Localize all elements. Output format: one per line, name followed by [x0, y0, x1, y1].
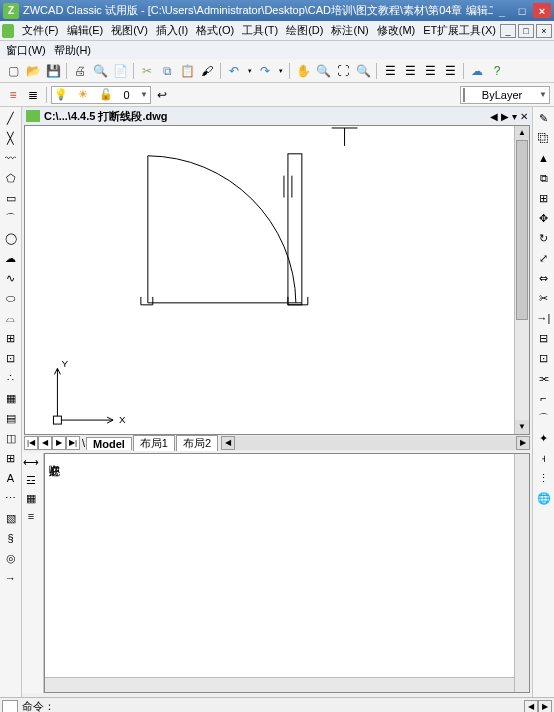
menu-edit[interactable]: 编辑(E)	[63, 21, 108, 40]
join-icon[interactable]: ⫘	[535, 369, 553, 387]
hatch-icon[interactable]: ▦	[2, 389, 20, 407]
color-combo[interactable]: ByLayer ▼	[460, 86, 550, 104]
scale-icon[interactable]: ⤢	[535, 249, 553, 267]
scroll-down-icon[interactable]: ▼	[515, 420, 529, 434]
redo-dropdown-icon[interactable]: ▾	[276, 62, 285, 80]
table-icon[interactable]: ⊞	[2, 449, 20, 467]
save-file-icon[interactable]: 💾	[44, 62, 62, 80]
region-icon[interactable]: ◫	[2, 429, 20, 447]
erase-icon[interactable]: ✎	[535, 109, 553, 127]
open-file-icon[interactable]: 📂	[24, 62, 42, 80]
list-icon[interactable]: ≡	[22, 507, 40, 525]
layer-manager-icon[interactable]: ≡	[4, 86, 22, 104]
cmdline-right-icon[interactable]: ▶	[538, 700, 552, 713]
layout-last-icon[interactable]: ▶|	[66, 436, 80, 450]
command-handle-icon[interactable]	[2, 700, 18, 713]
polyline-icon[interactable]: 〰	[2, 149, 20, 167]
construction-line-icon[interactable]: ╳	[2, 129, 20, 147]
zoom-realtime-icon[interactable]: 🔍	[314, 62, 332, 80]
menu-format[interactable]: 格式(O)	[192, 21, 238, 40]
menu-tools[interactable]: 工具(T)	[238, 21, 282, 40]
more-draw-icon[interactable]: ⋯	[2, 489, 20, 507]
match-properties-icon[interactable]: 🖌	[198, 62, 216, 80]
mdi-minimize-button[interactable]: _	[500, 24, 516, 38]
ellipse-arc-icon[interactable]: ⌓	[2, 309, 20, 327]
layout-next-icon[interactable]: ▶	[52, 436, 66, 450]
zoom-previous-icon[interactable]: 🔍	[354, 62, 372, 80]
mdi-close-button[interactable]: ×	[536, 24, 552, 38]
minimize-button[interactable]: _	[493, 3, 511, 18]
doc-menu-icon[interactable]: ▾	[512, 111, 517, 122]
document-tab[interactable]: C:\...\4.4.5 打断线段.dwg ◀ ▶ ▾ ✕	[22, 107, 532, 125]
move-icon[interactable]: ✥	[535, 209, 553, 227]
arc-icon[interactable]: ⌒	[2, 209, 20, 227]
break-icon[interactable]: ⊡	[535, 349, 553, 367]
gradient-icon[interactable]: ▤	[2, 409, 20, 427]
layer-previous-icon[interactable]: ↩	[153, 86, 171, 104]
menu-help[interactable]: 帮助(H)	[50, 42, 95, 59]
doc-close-icon[interactable]: ✕	[520, 111, 528, 122]
menu-insert[interactable]: 插入(I)	[152, 21, 192, 40]
menu-et[interactable]: ET扩展工具(X)	[419, 21, 500, 40]
revision-cloud-icon[interactable]: ☁	[2, 249, 20, 267]
make-block-icon[interactable]: ⊡	[2, 349, 20, 367]
scroll-up-icon[interactable]: ▲	[515, 126, 529, 140]
cmdline-left-icon[interactable]: ◀	[524, 700, 538, 713]
scroll-right-icon[interactable]: ▶	[516, 436, 530, 450]
chamfer-icon[interactable]: ⌐	[535, 389, 553, 407]
zoom-window-icon[interactable]: ⛶	[334, 62, 352, 80]
drawing-canvas[interactable]: X Y ▲ ▼	[24, 125, 530, 435]
print-preview-icon[interactable]: 🔍	[91, 62, 109, 80]
polygon-icon[interactable]: ⬠	[2, 169, 20, 187]
ray-icon[interactable]: →	[2, 569, 20, 587]
menu-file[interactable]: 文件(F)	[18, 21, 62, 40]
break-at-point-icon[interactable]: ⊟	[535, 329, 553, 347]
maximize-button[interactable]: □	[513, 3, 531, 18]
doc-prev-icon[interactable]: ◀	[490, 111, 498, 122]
insert-block-icon[interactable]: ⊞	[2, 329, 20, 347]
distance-icon[interactable]: ⟷	[22, 453, 40, 471]
layer-states-icon[interactable]: ≣	[24, 86, 42, 104]
new-file-icon[interactable]: ▢	[4, 62, 22, 80]
ellipse-icon[interactable]: ⬭	[2, 289, 20, 307]
tool-palette-icon[interactable]: ☰	[421, 62, 439, 80]
mass-icon[interactable]: ▦	[22, 489, 40, 507]
scroll-left-icon[interactable]: ◀	[221, 436, 235, 450]
undo-dropdown-icon[interactable]: ▾	[245, 62, 254, 80]
canvas-vscroll[interactable]: ▲ ▼	[514, 126, 529, 434]
cmdhist-hscroll[interactable]	[45, 677, 514, 692]
help-icon[interactable]: ?	[488, 62, 506, 80]
doc-next-icon[interactable]: ▶	[501, 111, 509, 122]
rotate-icon[interactable]: ↻	[535, 229, 553, 247]
print-icon[interactable]: 🖨	[71, 62, 89, 80]
line-icon[interactable]: ╱	[2, 109, 20, 127]
array-icon[interactable]: ⊞	[535, 189, 553, 207]
fillet-icon[interactable]: ⌒	[535, 409, 553, 427]
publish-icon[interactable]: 📄	[111, 62, 129, 80]
command-history[interactable]: 咿必庇	[44, 453, 530, 693]
layout-tab-model[interactable]: Model	[86, 437, 132, 450]
world-icon[interactable]: 🌐	[535, 489, 553, 507]
trim-icon[interactable]: ✂	[535, 289, 553, 307]
layout-tab-2[interactable]: 布局2	[176, 435, 218, 451]
modify-more-icon[interactable]: ⋮	[535, 469, 553, 487]
point-icon[interactable]: ∴	[2, 369, 20, 387]
align-icon[interactable]: ⫞	[535, 449, 553, 467]
design-center-icon[interactable]: ☰	[401, 62, 419, 80]
mdi-restore-button[interactable]: □	[518, 24, 534, 38]
command-line[interactable]: 命令： ◀ ▶	[0, 697, 554, 712]
redo-icon[interactable]: ↷	[256, 62, 274, 80]
pan-icon[interactable]: ✋	[294, 62, 312, 80]
layout-first-icon[interactable]: |◀	[24, 436, 38, 450]
circle-icon[interactable]: ◯	[2, 229, 20, 247]
menu-dimension[interactable]: 标注(N)	[327, 21, 372, 40]
menu-modify[interactable]: 修改(M)	[373, 21, 420, 40]
explode-icon[interactable]: ✦	[535, 429, 553, 447]
copy-icon[interactable]: ⧉	[158, 62, 176, 80]
extend-icon[interactable]: →|	[535, 309, 553, 327]
layer-combo[interactable]: 💡 ☀ 🔓 0 ▼	[51, 86, 151, 104]
donut-icon[interactable]: ◎	[2, 549, 20, 567]
offset-icon[interactable]: ⧉	[535, 169, 553, 187]
layout-prev-icon[interactable]: ◀	[38, 436, 52, 450]
paste-icon[interactable]: 📋	[178, 62, 196, 80]
